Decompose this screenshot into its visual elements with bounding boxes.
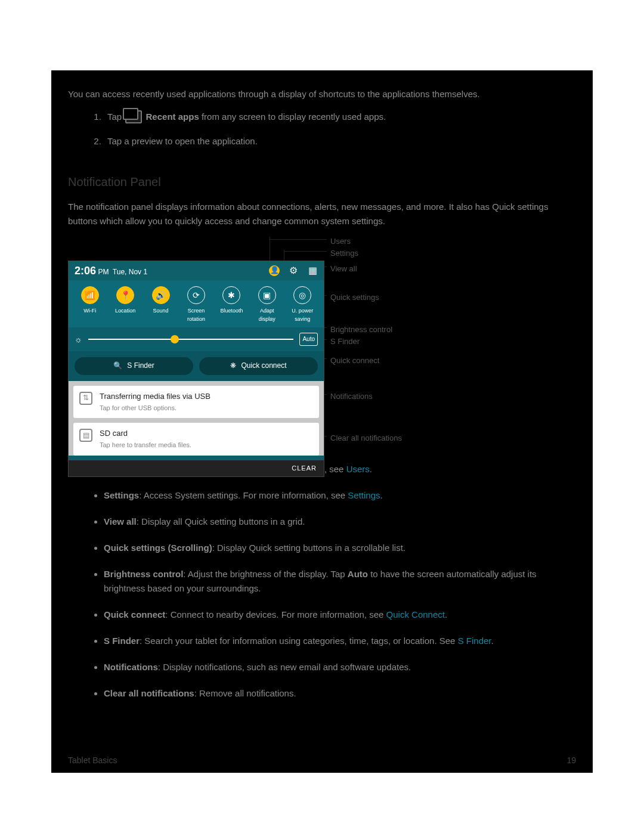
desc-item: Settings: Access System settings. For mo… — [104, 488, 576, 503]
finder-row: 🔍 S Finder ❋ Quick connect — [69, 351, 324, 381]
qs-bluetooth[interactable]: ✱Bluetooth — [215, 286, 247, 324]
qs-screen-rotation[interactable]: ⟳Screen rotation — [180, 286, 212, 324]
step-2: Tap a preview to open the application. — [104, 134, 576, 148]
brightness-row: ☼ Auto — [69, 327, 324, 351]
grid-icon[interactable]: ▦ — [307, 265, 318, 276]
footer-left: Tablet Basics — [68, 754, 117, 767]
notifications-area: ⇅Transferring media files via USBTap for… — [69, 381, 324, 456]
notification-panel-diagram: Users Settings View all Quick settings B… — [68, 237, 576, 451]
footer-right: 19 — [566, 754, 576, 767]
steps-list: Tap Recent apps from any screen to displ… — [104, 110, 576, 148]
section-heading: Notification Panel — [68, 172, 576, 191]
quick-settings-row: 📶Wi-Fi📍Location🔊Sound⟳Screen rotation✱Bl… — [69, 280, 324, 327]
callout-qs: Quick settings — [330, 292, 379, 304]
link[interactable]: Users — [346, 464, 370, 474]
qs-adapt-display[interactable]: ▣Adapt display — [251, 286, 283, 324]
link[interactable]: Settings — [348, 490, 380, 500]
clear-button[interactable]: CLEAR — [69, 460, 324, 477]
callout-clear: Clear all notifications — [330, 432, 402, 445]
quick-connect-button[interactable]: ❋ Quick connect — [199, 357, 318, 375]
qs-wi-fi[interactable]: 📶Wi-Fi — [74, 286, 106, 324]
qs-u-power-saving[interactable]: ◎U. power saving — [286, 286, 318, 324]
page-body: You can access recently used application… — [51, 70, 593, 773]
users-icon[interactable]: 👤 — [269, 265, 280, 276]
brightness-icon: ☼ — [75, 333, 82, 346]
desc-item: Clear all notifications: Remove all noti… — [104, 686, 576, 701]
desc-item: Notifications: Display notifications, su… — [104, 660, 576, 674]
recent-apps-icon — [125, 110, 142, 123]
desc-item: S Finder: Search your tablet for informa… — [104, 634, 576, 648]
callout-sfinder: S Finder — [330, 336, 360, 348]
callout-qconnect: Quick connect — [330, 355, 379, 367]
search-icon: 🔍 — [113, 360, 122, 371]
qs-location[interactable]: 📍Location — [109, 286, 141, 324]
desc-item: Quick connect: Connect to nearby devices… — [104, 608, 576, 622]
notification-card[interactable]: ▤SD cardTap here to transfer media files… — [73, 423, 319, 455]
clock: 2:06 PM Tue, Nov 1 — [75, 262, 147, 280]
gear-icon[interactable]: ⚙ — [288, 265, 299, 276]
auto-toggle[interactable]: Auto — [299, 333, 318, 346]
panel-topbar: 2:06 PM Tue, Nov 1 👤 ⚙ ▦ — [69, 261, 324, 280]
callout-bright: Brightness control — [330, 324, 392, 336]
desc-item: Brightness control: Adjust the brightnes… — [104, 567, 576, 596]
brightness-slider[interactable] — [88, 339, 294, 340]
desc-item: View all: Display all Quick setting butt… — [104, 515, 576, 529]
connect-icon: ❋ — [230, 360, 236, 371]
notification-panel: 2:06 PM Tue, Nov 1 👤 ⚙ ▦ 📶Wi-Fi📍Location… — [68, 261, 324, 477]
notification-card[interactable]: ⇅Transferring media files via USBTap for… — [73, 386, 319, 418]
link[interactable]: S Finder — [458, 636, 491, 646]
desc-item: Quick settings (Scrolling): Display Quic… — [104, 541, 576, 555]
callout-viewall: View all — [330, 263, 357, 275]
s-finder-button[interactable]: 🔍 S Finder — [75, 357, 193, 375]
callout-users: Users — [330, 236, 351, 248]
callout-settings: Settings — [330, 247, 358, 260]
callout-notifs: Notifications — [330, 391, 373, 403]
link[interactable]: Quick Connect — [386, 609, 445, 620]
qs-sound[interactable]: 🔊Sound — [145, 286, 177, 324]
section-paragraph: The notification panel displays informat… — [68, 200, 576, 228]
intro-paragraph: You can access recently used application… — [68, 87, 576, 101]
page-footer: Tablet Basics 19 — [68, 754, 576, 767]
step-1: Tap Recent apps from any screen to displ… — [104, 110, 576, 125]
description-list: Users: Change to a different user. For m… — [104, 462, 576, 701]
